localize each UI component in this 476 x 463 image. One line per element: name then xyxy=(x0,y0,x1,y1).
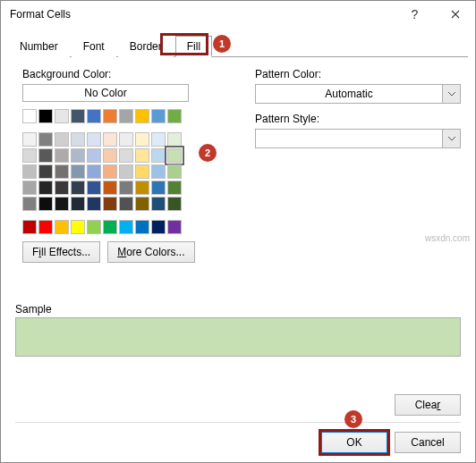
color-swatch[interactable] xyxy=(151,132,166,147)
color-swatch[interactable] xyxy=(103,220,117,234)
tab-border[interactable]: Border xyxy=(118,36,174,57)
color-swatch[interactable] xyxy=(151,197,166,211)
color-swatch[interactable] xyxy=(22,148,37,163)
pattern-style-label: Pattern Style: xyxy=(255,113,461,125)
color-swatch[interactable] xyxy=(87,220,101,234)
color-swatch[interactable] xyxy=(87,181,101,195)
annotation-badge-3: 3 xyxy=(344,410,362,428)
clear-button[interactable]: Clear xyxy=(395,394,461,416)
color-swatch[interactable] xyxy=(71,181,85,195)
color-swatch[interactable] xyxy=(135,109,149,123)
color-swatch[interactable] xyxy=(71,164,85,179)
color-swatch[interactable] xyxy=(103,148,117,163)
color-swatch[interactable] xyxy=(151,148,166,163)
cancel-button[interactable]: Cancel xyxy=(395,432,461,453)
color-swatch[interactable] xyxy=(151,109,166,123)
watermark: wsxdn.com xyxy=(425,233,470,243)
color-swatch[interactable] xyxy=(135,181,149,195)
tab-fill[interactable]: Fill xyxy=(175,36,212,57)
color-swatch[interactable] xyxy=(87,109,101,123)
color-swatch[interactable] xyxy=(167,181,182,195)
close-icon xyxy=(451,10,460,19)
color-swatch[interactable] xyxy=(55,220,69,234)
color-swatch[interactable] xyxy=(22,164,37,179)
color-swatch[interactable] xyxy=(22,132,37,147)
color-swatch[interactable] xyxy=(55,181,69,195)
color-swatch-grid xyxy=(22,109,237,234)
color-swatch[interactable] xyxy=(55,197,69,211)
color-swatch[interactable] xyxy=(119,181,133,195)
color-swatch[interactable] xyxy=(119,164,133,179)
tab-number[interactable]: Number xyxy=(8,36,70,57)
color-swatch[interactable] xyxy=(167,109,182,123)
color-swatch[interactable] xyxy=(167,132,182,147)
color-swatch[interactable] xyxy=(167,164,182,179)
annotation-badge-2: 2 xyxy=(199,144,217,162)
color-swatch[interactable] xyxy=(167,220,182,234)
color-swatch[interactable] xyxy=(135,132,149,147)
color-swatch[interactable] xyxy=(87,197,101,211)
pattern-style-select[interactable] xyxy=(255,129,443,148)
color-swatch[interactable] xyxy=(103,132,117,147)
pattern-color-select[interactable]: Automatic xyxy=(255,84,443,104)
format-cells-dialog: Format Cells ? NumberFontBorderFill 1 Ba… xyxy=(0,0,476,463)
color-swatch[interactable] xyxy=(167,197,182,211)
color-swatch[interactable] xyxy=(22,181,37,195)
color-swatch[interactable] xyxy=(22,197,37,211)
color-swatch[interactable] xyxy=(38,132,53,147)
background-color-label: Background Color: xyxy=(22,68,237,80)
color-swatch[interactable] xyxy=(135,220,149,234)
color-swatch[interactable] xyxy=(71,197,85,211)
tab-font[interactable]: Font xyxy=(72,36,116,57)
color-swatch[interactable] xyxy=(38,220,53,234)
fill-effects-button[interactable]: Fill Effects... xyxy=(22,241,100,263)
pattern-color-label: Pattern Color: xyxy=(255,68,461,80)
color-swatch[interactable] xyxy=(38,164,53,179)
background-color-panel: Background Color: No Color Fill Effects.… xyxy=(22,68,237,263)
color-swatch[interactable] xyxy=(87,148,101,163)
color-swatch[interactable] xyxy=(151,164,166,179)
chevron-down-icon[interactable] xyxy=(443,84,461,104)
color-swatch[interactable] xyxy=(87,164,101,179)
color-swatch[interactable] xyxy=(38,148,53,163)
color-swatch[interactable] xyxy=(38,197,53,211)
color-swatch[interactable] xyxy=(119,132,133,147)
color-swatch[interactable] xyxy=(119,220,133,234)
color-swatch[interactable] xyxy=(71,132,85,147)
chevron-down-icon[interactable] xyxy=(443,129,461,148)
color-swatch[interactable] xyxy=(103,197,117,211)
color-swatch[interactable] xyxy=(38,109,53,123)
color-swatch[interactable] xyxy=(151,181,166,195)
color-swatch[interactable] xyxy=(71,220,85,234)
color-swatch[interactable] xyxy=(103,164,117,179)
color-swatch[interactable] xyxy=(135,148,149,163)
color-swatch[interactable] xyxy=(38,181,53,195)
color-swatch[interactable] xyxy=(22,220,37,234)
color-swatch[interactable] xyxy=(71,148,85,163)
tab-strip: NumberFontBorderFill xyxy=(1,31,475,56)
sample-label: Sample xyxy=(15,303,461,316)
color-swatch[interactable] xyxy=(119,148,133,163)
color-swatch[interactable] xyxy=(119,109,133,123)
more-colors-button[interactable]: More Colors... xyxy=(107,241,194,263)
color-swatch[interactable] xyxy=(103,109,117,123)
no-color-button[interactable]: No Color xyxy=(22,84,189,102)
color-swatch[interactable] xyxy=(55,148,69,163)
color-swatch[interactable] xyxy=(71,109,85,123)
color-swatch[interactable] xyxy=(135,164,149,179)
help-button[interactable]: ? xyxy=(395,1,435,28)
color-swatch[interactable] xyxy=(55,132,69,147)
ok-button[interactable]: OK xyxy=(321,432,387,453)
color-swatch[interactable] xyxy=(167,148,182,163)
close-button[interactable] xyxy=(435,1,475,28)
color-swatch[interactable] xyxy=(151,220,166,234)
color-swatch[interactable] xyxy=(119,197,133,211)
annotation-badge-1: 1 xyxy=(213,35,231,53)
color-swatch[interactable] xyxy=(103,181,117,195)
color-swatch[interactable] xyxy=(55,164,69,179)
color-swatch[interactable] xyxy=(22,109,37,123)
color-swatch[interactable] xyxy=(87,132,101,147)
color-swatch[interactable] xyxy=(135,197,149,211)
dialog-footer: OK 3 Cancel xyxy=(1,426,475,462)
color-swatch[interactable] xyxy=(55,109,69,123)
